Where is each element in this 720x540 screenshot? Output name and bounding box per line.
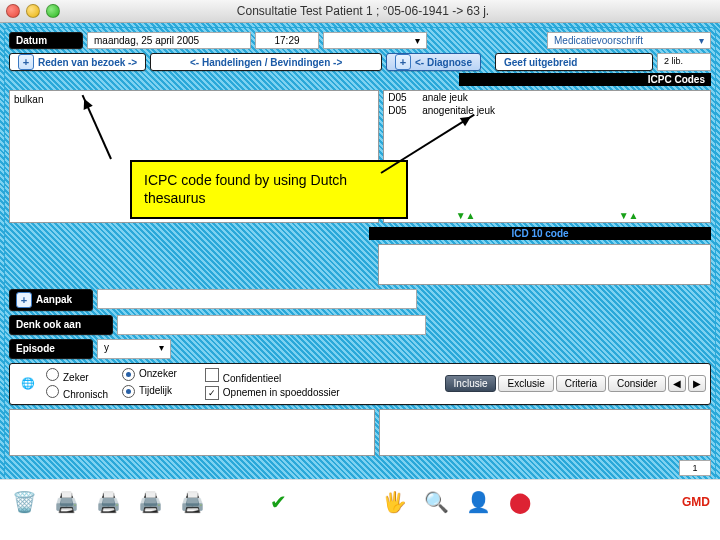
opt-label: Onzeker [139,368,177,379]
tab-handelingen-label: <- Handelingen / Bevindingen -> [190,57,342,68]
tab-inclusie[interactable]: Inclusie [445,375,497,392]
aanpak-text: Aanpak [36,294,72,305]
denk-field[interactable] [117,315,426,335]
icpc-code: D05 [388,92,422,103]
printer-icon[interactable]: 🖨️ [136,488,164,516]
chevron-down-icon[interactable]: ▼▲ [456,210,476,221]
diagnose-entry: bulkan [14,94,43,105]
callout-text: ICPC code found by using Dutch thesaurus [144,172,347,206]
record-icon[interactable]: ⬤ [506,488,534,516]
icpc-label: anale jeuk [422,92,468,103]
window-title: Consultatie Test Patient 1 ; °05-06-1941… [66,4,660,18]
scroll-arrows[interactable]: ▼▲ ▼▲ [384,210,710,221]
chevron-down-icon[interactable]: ▼▲ [619,210,639,221]
nav-prev-button[interactable]: ◀ [668,375,686,392]
icd10-header: ICD 10 code [369,227,711,240]
hand-icon[interactable]: 🖐️ [380,488,408,516]
radio-zeker[interactable]: Zeker [46,368,108,383]
icpc-results-list[interactable]: D05anale jeuk D05anogenitale jeuk ▼▲ ▼▲ [383,90,711,223]
episode-label: Episode [9,339,93,359]
radio-chronisch[interactable]: Chronisch [46,385,108,400]
person-icon[interactable]: 👤 [464,488,492,516]
medicatie-label: Medicatievoorschrift [554,35,643,46]
opt-label: Tijdelijk [139,385,172,396]
tab-exclusie[interactable]: Exclusie [498,375,553,392]
icpc-label: anogenitale jeuk [422,105,495,116]
gmd-label: GMD [682,495,710,509]
tab-diagnose-label: <- Diagnose [415,57,472,68]
plus-icon[interactable]: + [16,292,32,308]
geef-uitgebreid-button[interactable]: Geef uitgebreid [495,53,653,71]
episode-field[interactable]: y▾ [97,339,171,359]
episode-value: y [104,342,109,356]
time-field[interactable]: 17:29 [255,32,319,49]
nav-next-button[interactable]: ▶ [688,375,706,392]
tab-handelingen[interactable]: <- Handelingen / Bevindingen -> [150,53,382,71]
tab-diagnose[interactable]: +<- Diagnose [386,53,481,71]
lib-count: 2 lib. [657,53,711,71]
icd10-list[interactable] [378,244,711,284]
denk-label: Denk ook aan [9,315,113,335]
trash-icon[interactable]: 🗑️ [10,488,38,516]
opt-label: Chronisch [63,389,108,400]
check-icon[interactable]: ✔ [264,488,292,516]
minimize-icon[interactable] [26,4,40,18]
opt-label: Confidentieel [223,373,281,384]
tab-reden[interactable]: +Reden van bezoek -> [9,53,146,71]
radio-tijdelijk[interactable]: Tijdelijk [122,385,177,400]
tab-criteria[interactable]: Criteria [556,375,606,392]
printer-icon[interactable]: 🖨️ [94,488,122,516]
bottom-toolbar: 🗑️ 🖨️ 🖨️ 🖨️ 🖨️ ✔ 🖐️ 🔍 👤 ⬤ GMD [0,479,720,524]
icpc-codes-header: ICPC Codes [459,73,711,86]
zoom-icon[interactable] [46,4,60,18]
icpc-code: D05 [388,105,422,116]
plus-icon[interactable]: + [395,54,411,70]
opt-label: Zeker [63,372,89,383]
page-number: 1 [679,460,711,476]
aanpak-field[interactable] [97,289,417,309]
dropdown-small[interactable]: ▾ [323,32,427,49]
search-icon[interactable]: 🔍 [422,488,450,516]
tab-consider[interactable]: Consider [608,375,666,392]
datum-label: Datum [9,32,83,49]
close-icon[interactable] [6,4,20,18]
radio-onzeker[interactable]: Onzeker [122,368,177,383]
annotation-callout: ICPC code found by using Dutch thesaurus [130,160,408,219]
aanpak-label: +Aanpak [9,289,93,311]
printer-icon[interactable]: 🖨️ [178,488,206,516]
lower-left-pane[interactable] [9,409,375,456]
check-spoeddossier[interactable]: ✓Opnemen in spoeddossier [205,386,340,400]
globe-icon[interactable]: 🌐 [14,377,42,390]
opt-label: Opnemen in spoeddossier [223,387,340,398]
window-titlebar: Consultatie Test Patient 1 ; °05-06-1941… [0,0,720,23]
tab-reden-label: Reden van bezoek -> [38,57,137,68]
check-confidentieel[interactable]: Confidentieel [205,368,340,384]
geef-label: Geef uitgebreid [504,57,577,68]
medicatie-dropdown[interactable]: Medicatievoorschrift▾ [547,32,711,49]
date-field[interactable]: maandag, 25 april 2005 [87,32,251,49]
printer-icon[interactable]: 🖨️ [52,488,80,516]
plus-icon[interactable]: + [18,54,34,70]
lower-right-pane[interactable] [379,409,711,456]
